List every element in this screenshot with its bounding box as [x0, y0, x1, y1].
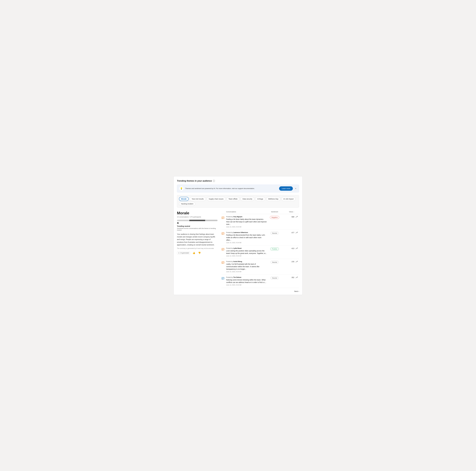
sort-arrow-icon: ↓ — [294, 211, 294, 212]
page-title: Trending themes in your audience — [177, 180, 212, 182]
trend-button[interactable] — [296, 261, 298, 263]
conv-views-cell: 376 — [282, 261, 294, 263]
col-conversations-header: Conversations — [221, 211, 267, 213]
bar-positive — [205, 220, 218, 221]
trend-button[interactable] — [296, 232, 298, 234]
tab-ai-job-impact[interactable]: AI Job Impact — [281, 197, 296, 201]
conv-date: June 14, 2023, 9:34 AM — [226, 284, 267, 286]
info-icon[interactable]: i — [213, 180, 215, 182]
sentiment-badge: Positive — [270, 247, 279, 250]
pagination-row: Next › — [221, 290, 299, 292]
trend-button[interactable] — [296, 247, 298, 250]
conv-views-cell: 477 — [282, 232, 294, 234]
conv-action-cell — [294, 247, 299, 250]
ai-badge: ✦ AI-generated — [177, 251, 190, 255]
conv-posted-by: Posted by Tim Deboer — [226, 277, 267, 278]
conv-icon-area — [221, 232, 226, 235]
ai-banner: 💡 Themes and sentiment are powered by AI… — [177, 185, 299, 192]
ai-footer: ✦ AI-generated 👍 👎 — [177, 251, 218, 255]
conv-author: Tim Deboer — [233, 277, 241, 278]
conv-author: Astrid Wong — [233, 261, 242, 262]
tabs-section: MoraleYear end resultsSupply chain issue… — [177, 195, 299, 208]
conv-date: June 14, 2023, 9:34 AM — [226, 242, 267, 244]
tab-wellness-day[interactable]: Wellness Day — [266, 197, 280, 201]
table-row: Posted by Lydia Bauer Love seeing the po… — [221, 245, 299, 259]
conv-views-cell: 352 — [282, 277, 294, 279]
chat-icon — [221, 277, 224, 280]
main-content: Morale 15 conversations • 275 participan… — [177, 211, 299, 292]
bar-neutral — [189, 220, 205, 221]
conv-posted-by: Posted by Astrid Wong — [226, 261, 267, 262]
tab-morale[interactable]: Morale — [179, 197, 189, 201]
learn-more-button[interactable]: Learn more — [279, 186, 293, 191]
conv-author: Amy Nguyen — [233, 216, 242, 218]
conv-posted-by: Posted by Lydia Bauer — [226, 247, 267, 249]
conv-author: Lydia Bauer — [233, 247, 242, 249]
svg-rect-0 — [222, 217, 224, 219]
tab-data-security[interactable]: Data security — [240, 197, 254, 201]
conv-views-cell: 413 — [282, 247, 294, 249]
conv-body: Posted by Lydia Bauer Love seeing the po… — [226, 247, 267, 257]
next-button[interactable]: Next › — [294, 290, 299, 292]
chevron-right-icon: › — [298, 290, 299, 292]
tab-supply-chain-issues[interactable]: Supply chain issues — [207, 197, 226, 201]
sentiment-bar — [177, 220, 218, 221]
trend-button[interactable] — [296, 277, 298, 279]
conv-body: Posted by Lawrence Gilbertson Feeling a … — [226, 232, 267, 244]
banner-close-button[interactable]: × — [294, 187, 297, 190]
sentiment-bar-container — [177, 220, 218, 224]
bar-indicator — [177, 222, 218, 224]
conv-text: Noticing some tension brewing within the… — [226, 279, 267, 284]
ai-disclaimer: The summary is generated by AI and may n… — [177, 247, 218, 249]
svg-rect-12 — [222, 277, 224, 279]
thumbs-down-button[interactable]: 👎 — [198, 251, 201, 255]
banner-text: Themes and sentiment are powered by AI. … — [185, 188, 277, 189]
svg-rect-3 — [222, 232, 224, 234]
conv-date: June 14, 2023, 9:34 AM — [226, 255, 267, 257]
page-title-row: Trending themes in your audience i — [177, 180, 299, 182]
sentiment-badge: Neutral — [271, 261, 279, 264]
conv-icon-area — [221, 247, 226, 251]
tab-ai-bugs[interactable]: AI Bugs — [255, 197, 265, 201]
trending-label: Trending neutral — [177, 225, 218, 227]
conv-action-cell — [294, 277, 299, 279]
table-row: Posted by Amy Nguyen Feeling a bit down … — [221, 214, 299, 230]
conv-posted-by: Posted by Amy Nguyen — [226, 216, 267, 218]
conv-action-cell — [294, 216, 299, 219]
tab-year-end-results[interactable]: Year end results — [190, 197, 206, 201]
chat-icon — [221, 248, 224, 251]
tab-hacking-incident[interactable]: Hacking incident — [179, 202, 195, 206]
theme-meta: 15 conversations • 275 participants — [177, 216, 218, 218]
tab-team-offsite[interactable]: Team offsite — [226, 197, 239, 201]
sentiment-badge: Neutral — [271, 277, 279, 279]
conv-body: Posted by Amy Nguyen Feeling a bit down … — [226, 216, 267, 228]
table-row: Posted by Tim Deboer Noticing some tensi… — [221, 275, 299, 288]
conv-body: Posted by Astrid Wong Lately, I've felt … — [226, 261, 267, 273]
chat-icon — [221, 216, 224, 220]
conv-posted-by: Posted by Lawrence Gilbertson — [226, 232, 267, 233]
conv-icon-area — [221, 216, 226, 220]
theme-title: Morale — [177, 211, 218, 215]
thumbs-down-icon: 👎 — [198, 252, 201, 254]
conv-author: Lawrence Gilbertson — [233, 232, 248, 233]
conv-body: Posted by Tim Deboer Noticing some tensi… — [226, 277, 267, 286]
conv-text: Love seeing the positive vibes spreading… — [226, 250, 267, 255]
conv-date: June 14, 2023, 9:34 AM — [226, 271, 267, 273]
sentiment-badge: Negative — [270, 216, 279, 219]
col-views-header[interactable]: Views ↓ — [282, 211, 294, 213]
conv-icon-area — [221, 277, 226, 280]
conv-action-cell — [294, 261, 299, 263]
chat-icon — [221, 232, 224, 235]
ai-sparkle-icon: ✦ — [178, 252, 180, 254]
conv-text: Feeling a bit disconnected from the team… — [226, 234, 267, 241]
table-header: Conversations Sentiment Views ↓ — [221, 211, 299, 214]
conv-text: Lately, I've felt frustrated with the la… — [226, 263, 267, 270]
conv-action-cell — [294, 232, 299, 234]
triangle-indicator-icon — [177, 222, 179, 224]
trend-button[interactable] — [296, 216, 298, 219]
conv-text: Feeling a bit down lately about the team… — [226, 218, 267, 226]
conv-sentiment-cell: Neutral — [267, 261, 282, 264]
svg-rect-9 — [222, 262, 224, 263]
left-panel: Morale 15 conversations • 275 participan… — [177, 211, 218, 292]
thumbs-up-button[interactable]: 👍 — [192, 251, 196, 255]
